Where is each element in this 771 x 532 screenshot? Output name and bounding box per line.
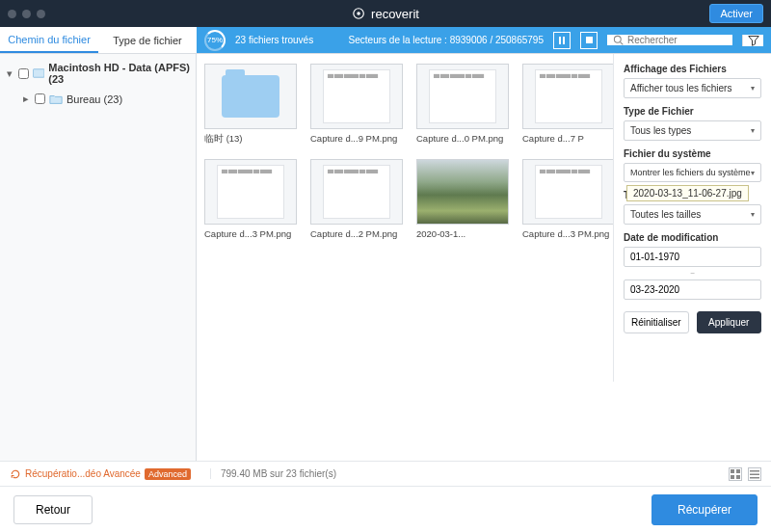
filter-toggle[interactable] — [742, 35, 763, 46]
size-summary: 799.40 MB sur 23 fichier(s) — [210, 468, 336, 479]
filter-date-label: Date de modification — [624, 232, 761, 243]
svg-rect-7 — [731, 475, 734, 479]
filters-panel: Affichage des Fichiers Afficher tous les… — [613, 54, 771, 382]
apply-button[interactable]: Appliquer — [697, 311, 762, 333]
svg-rect-5 — [731, 469, 734, 473]
svg-point-1 — [357, 12, 360, 15]
filename-tooltip: 2020-03-13_11-06-27.jpg — [626, 185, 749, 201]
recover-button[interactable]: Récupérer — [651, 494, 758, 525]
chevron-down-icon: ▾ — [751, 126, 755, 135]
file-item[interactable]: ▇▇ ▇▇▇ ▇▇▇▇▇ ▇▇ ▇▇▇▇Capture d...7 P — [522, 64, 615, 146]
advanced-recovery-link[interactable]: Récupératio...déo Avancée Advanced — [10, 468, 191, 480]
tree-root-checkbox[interactable] — [18, 68, 29, 79]
titlebar: recoverit Activer — [0, 0, 771, 27]
thumbnail[interactable]: ▇▇ ▇▇▇ ▇▇▇▇▇ ▇▇ ▇▇▇▇ — [522, 159, 615, 225]
tabs: Chemin du fichier Type de fichier — [0, 27, 197, 53]
pause-button[interactable] — [553, 32, 571, 49]
date-from-input[interactable] — [624, 247, 761, 267]
chevron-down-icon: ▾ — [751, 210, 755, 219]
window-controls[interactable] — [8, 10, 45, 18]
file-caption: Capture d...0 PM.png — [416, 133, 509, 144]
search-input[interactable] — [627, 35, 727, 45]
search-icon — [613, 35, 624, 45]
file-caption: Capture d...3 PM.png — [522, 228, 615, 239]
file-item[interactable]: ▇▇ ▇▇▇ ▇▇▇▇▇ ▇▇ ▇▇▇▇Capture d...0 PM.png — [416, 64, 509, 146]
list-view-button[interactable] — [748, 467, 761, 481]
thumbnail[interactable]: ▇▇ ▇▇▇ ▇▇▇▇▇ ▇▇ ▇▇▇▇ — [310, 159, 403, 225]
filter-display-select[interactable]: Afficher tous les fichiers▾ — [624, 78, 761, 98]
file-item[interactable]: 2020-03-1... — [416, 159, 509, 239]
filter-type-select[interactable]: Tous les types▾ — [624, 120, 761, 141]
svg-line-3 — [621, 42, 624, 45]
brand: recoverit — [352, 7, 419, 21]
filter-type-label: Type de Fichier — [624, 106, 761, 117]
file-caption: Capture d...9 PM.png — [310, 133, 403, 144]
thumbnail[interactable]: ▇▇ ▇▇▇ ▇▇▇▇▇ ▇▇ ▇▇▇▇ — [204, 159, 297, 225]
svg-rect-10 — [750, 473, 759, 475]
brand-text: recoverit — [371, 7, 419, 21]
maximize-icon[interactable] — [37, 10, 45, 18]
grid-icon — [731, 469, 740, 479]
svg-rect-9 — [750, 470, 759, 472]
thumbnail[interactable] — [204, 64, 297, 129]
sidebar: ▾ Macintosh HD - Data (APFS) (23 ▸ Burea… — [0, 54, 197, 461]
tree-child-checkbox[interactable] — [35, 93, 45, 104]
svg-rect-8 — [736, 475, 740, 479]
chevron-down-icon: ▾ — [751, 84, 755, 93]
stop-button[interactable] — [580, 32, 598, 49]
svg-rect-11 — [750, 477, 759, 479]
toolbar: Chemin du fichier Type de fichier 75% 23… — [0, 27, 771, 54]
sectors-read: Secteurs de la lecture : 8939006 / 25086… — [349, 35, 544, 45]
filter-display-label: Affichage des Fichiers — [624, 64, 761, 74]
svg-rect-6 — [736, 469, 740, 473]
thumbnail[interactable]: ▇▇ ▇▇▇ ▇▇▇▇▇ ▇▇ ▇▇▇▇ — [310, 64, 403, 129]
tab-file-type[interactable]: Type de fichier — [98, 27, 197, 53]
refresh-icon — [10, 468, 21, 480]
caret-right-icon[interactable]: ▸ — [21, 93, 31, 105]
file-caption: 2020-03-1... — [416, 228, 509, 239]
progress-percent: 75% — [207, 36, 223, 44]
thumbnail[interactable] — [416, 159, 509, 225]
filter-icon — [748, 35, 759, 46]
tree-root[interactable]: ▾ Macintosh HD - Data (APFS) (23 — [0, 58, 196, 89]
thumbnail[interactable]: ▇▇ ▇▇▇ ▇▇▇▇▇ ▇▇ ▇▇▇▇ — [522, 64, 615, 129]
svg-point-2 — [614, 36, 621, 42]
advanced-badge: Advanced — [145, 468, 191, 480]
tree-root-label: Macintosh HD - Data (APFS) (23 — [48, 62, 190, 85]
file-caption: Capture d...7 P — [522, 133, 615, 144]
reset-button[interactable]: Réinitialiser — [624, 311, 689, 333]
view-toggle — [729, 467, 761, 481]
back-button[interactable]: Retour — [13, 495, 93, 524]
footer: Retour Récupérer — [0, 486, 771, 532]
filter-system-label: Fichier du système — [624, 148, 761, 159]
tree-child-label: Bureau (23) — [66, 93, 122, 105]
date-range-separator: ~ — [624, 269, 761, 278]
disk-icon — [33, 67, 44, 79]
thumbnail[interactable]: ▇▇ ▇▇▇ ▇▇▇▇▇ ▇▇ ▇▇▇▇ — [416, 64, 509, 129]
tree-child[interactable]: ▸ Bureau (23) — [0, 89, 196, 109]
filter-size-select[interactable]: Toutes les tailles▾ — [624, 204, 761, 225]
date-to-input[interactable] — [624, 279, 761, 300]
status-bar: Récupératio...déo Avancée Advanced 799.4… — [0, 461, 771, 486]
chevron-down-icon: ▾ — [751, 169, 755, 177]
file-item[interactable]: ▇▇ ▇▇▇ ▇▇▇▇▇ ▇▇ ▇▇▇▇Capture d...9 PM.png — [310, 64, 403, 146]
file-item[interactable]: 临时 (13) — [204, 64, 297, 146]
folder-icon — [49, 93, 63, 105]
minimize-icon[interactable] — [22, 10, 31, 18]
brand-icon — [352, 7, 365, 20]
svg-rect-4 — [33, 69, 44, 78]
tab-file-path[interactable]: Chemin du fichier — [0, 27, 98, 53]
list-icon — [750, 469, 759, 479]
filter-system-select[interactable]: Montrer les fichiers du système▾ — [624, 163, 761, 182]
progress-ring: 75% — [204, 30, 226, 51]
file-item[interactable]: ▇▇ ▇▇▇ ▇▇▇▇▇ ▇▇ ▇▇▇▇Capture d...3 PM.png — [204, 159, 297, 239]
search-box[interactable] — [607, 35, 732, 45]
activate-button[interactable]: Activer — [709, 4, 763, 23]
file-item[interactable]: ▇▇ ▇▇▇ ▇▇▇▇▇ ▇▇ ▇▇▇▇Capture d...3 PM.png — [522, 159, 615, 239]
file-caption: 临时 (13) — [204, 133, 297, 146]
file-caption: Capture d...2 PM.png — [310, 228, 403, 239]
close-icon[interactable] — [8, 10, 16, 18]
caret-down-icon[interactable]: ▾ — [6, 67, 14, 80]
grid-view-button[interactable] — [729, 467, 742, 481]
file-item[interactable]: ▇▇ ▇▇▇ ▇▇▇▇▇ ▇▇ ▇▇▇▇Capture d...2 PM.png — [310, 159, 403, 239]
